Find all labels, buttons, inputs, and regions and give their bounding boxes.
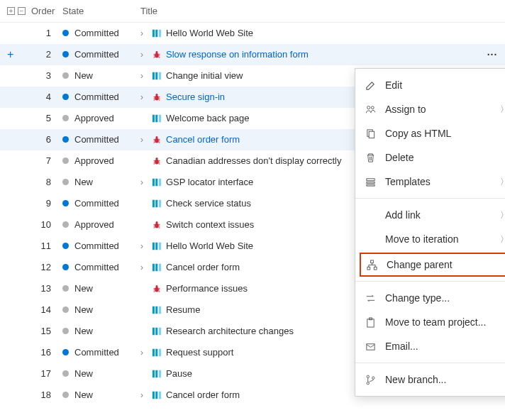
svg-rect-30 [159, 263, 161, 271]
svg-rect-12 [159, 114, 161, 122]
menu-label: Templates [385, 176, 492, 187]
order-cell: 17 [31, 368, 62, 379]
menu-label: Assign to [385, 104, 492, 115]
order-cell: 12 [31, 262, 62, 272]
bug-icon [152, 92, 162, 102]
menu-new-branch[interactable]: New branch... [355, 368, 505, 392]
mail-icon [364, 341, 377, 352]
state-text: Approved [74, 155, 114, 166]
chevron-right-icon[interactable]: › [140, 28, 148, 38]
state-text: New [74, 368, 93, 379]
menu-add-link[interactable]: Add link 〉 [355, 203, 505, 227]
collapse-all-icon[interactable]: − [18, 7, 26, 15]
menu-move-iteration[interactable]: Move to iteration 〉 [355, 227, 505, 251]
svg-point-32 [155, 284, 157, 287]
menu-separator [355, 363, 505, 363]
state-cell: Committed [62, 28, 140, 38]
menu-email[interactable]: Email... [355, 334, 505, 358]
svg-rect-47 [159, 391, 161, 399]
menu-label: Change parent [387, 259, 505, 270]
svg-rect-57 [374, 267, 377, 270]
svg-point-62 [367, 382, 369, 384]
svg-point-4 [155, 50, 157, 52]
expand-all-icon[interactable]: + [7, 7, 15, 15]
state-dot-icon [62, 30, 69, 36]
table-row[interactable]: 1Committed›Hello World Web Site [0, 23, 505, 44]
order-cell: 7 [31, 155, 62, 166]
state-text: Committed [74, 262, 119, 272]
chevron-right-icon[interactable]: › [140, 390, 148, 400]
chevron-right-icon[interactable]: › [140, 177, 148, 187]
title-text: Hello World Web Site [166, 241, 253, 251]
svg-rect-55 [370, 260, 373, 262]
state-cell: New [62, 70, 140, 81]
state-cell: Approved [62, 155, 140, 166]
title-text[interactable]: Secure sign-in [166, 92, 225, 102]
state-text: New [74, 304, 93, 315]
chevron-right-icon[interactable]: › [140, 241, 148, 251]
column-header-title[interactable]: Title [140, 6, 479, 16]
title-text[interactable]: Cancel order form [166, 134, 240, 145]
order-cell: 4 [31, 92, 62, 102]
column-header-order[interactable]: Order [31, 6, 62, 16]
state-dot-icon [62, 136, 69, 143]
menu-delete[interactable]: Delete [355, 145, 505, 170]
svg-rect-33 [152, 306, 155, 314]
state-cell: New [62, 283, 140, 294]
order-cell: 6 [31, 134, 62, 145]
context-menu: Edit Assign to 〉 Copy as HTML Delete Tem… [355, 68, 505, 397]
svg-rect-11 [155, 114, 157, 122]
state-text: Approved [74, 219, 114, 230]
menu-change-type[interactable]: Change type... [355, 286, 505, 310]
menu-edit[interactable]: Edit [355, 73, 505, 97]
bug-icon [152, 220, 162, 230]
svg-rect-42 [152, 370, 155, 377]
svg-rect-39 [152, 348, 155, 356]
chevron-right-icon[interactable]: › [140, 135, 148, 145]
title-cell[interactable]: ›Slow response on information form [140, 49, 479, 60]
menu-label: Change type... [385, 292, 505, 304]
state-cell: Committed [62, 347, 140, 358]
state-dot-icon [62, 306, 69, 313]
expand-collapse-header[interactable]: + − [0, 7, 31, 15]
chevron-right-icon[interactable]: › [140, 50, 148, 60]
menu-assign-to[interactable]: Assign to 〉 [355, 97, 505, 121]
chevron-right-icon[interactable]: › [140, 348, 148, 358]
table-row[interactable]: +2Committed›Slow response on information… [0, 44, 505, 65]
state-text: Committed [74, 347, 119, 358]
svg-rect-25 [152, 242, 155, 250]
state-cell: Committed [62, 241, 140, 251]
state-cell: New [62, 368, 140, 379]
menu-change-parent[interactable]: Change parent [360, 253, 505, 277]
state-text: New [74, 389, 93, 400]
order-cell: 8 [31, 177, 62, 187]
svg-rect-37 [155, 327, 157, 335]
menu-label: Delete [385, 152, 505, 163]
chevron-right-icon: 〉 [500, 104, 505, 116]
order-cell: 18 [31, 389, 62, 400]
state-cell: New [62, 389, 140, 400]
state-dot-icon [62, 392, 69, 398]
pbi-icon [152, 114, 162, 123]
menu-templates[interactable]: Templates 〉 [355, 170, 505, 194]
menu-move-team-project[interactable]: Move to team project... [355, 310, 505, 334]
chevron-right-icon: 〉 [500, 209, 505, 221]
state-text: Committed [74, 49, 119, 60]
menu-copy-html[interactable]: Copy as HTML [355, 121, 505, 145]
chevron-right-icon[interactable]: › [140, 92, 148, 102]
svg-rect-46 [155, 391, 157, 399]
title-cell[interactable]: ›Hello World Web Site [140, 28, 479, 38]
add-item-icon[interactable]: + [7, 48, 13, 61]
menu-label: Add link [385, 209, 492, 221]
chevron-right-icon[interactable]: › [140, 262, 148, 272]
state-text: Approved [74, 113, 114, 123]
state-cell: Approved [62, 113, 140, 123]
state-text: Committed [74, 134, 119, 145]
row-actions-button[interactable]: ··· [479, 49, 505, 60]
bug-icon [152, 135, 162, 145]
svg-point-13 [155, 138, 159, 143]
pbi-icon [152, 262, 162, 272]
chevron-right-icon[interactable]: › [140, 71, 148, 81]
title-text[interactable]: Slow response on information form [166, 49, 309, 60]
column-header-state[interactable]: State [62, 6, 140, 16]
